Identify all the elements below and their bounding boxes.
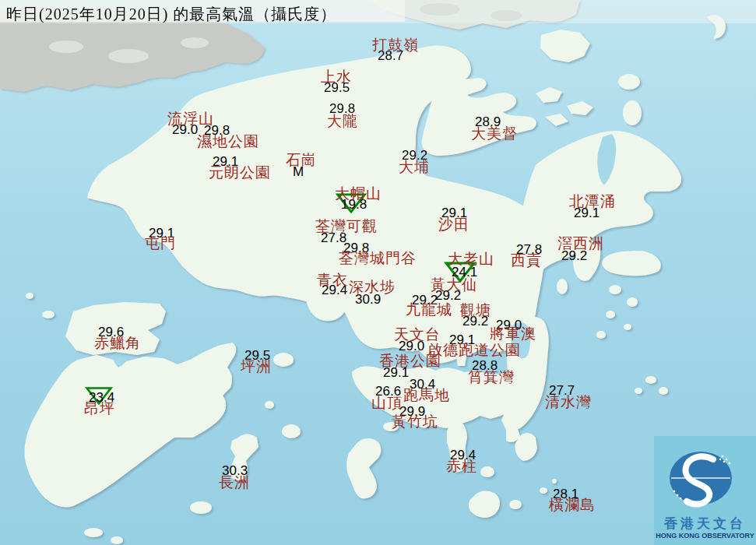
station-label: 屯門 xyxy=(145,236,176,251)
station-label: 山頂 xyxy=(371,396,403,410)
station-label: 大隴 xyxy=(327,114,358,128)
station-label: 深水埗 xyxy=(349,280,396,294)
station-label: 大帽山 xyxy=(335,186,382,201)
hko-logo-name-en: HONG KONG OBSERVATORY xyxy=(654,533,756,540)
station-label: 荃灣城門谷 xyxy=(339,251,417,265)
station-label: 坪洲 xyxy=(241,359,272,374)
station-label: 濕地公園 xyxy=(197,134,259,149)
station-label: 荃灣可觀 xyxy=(315,219,378,234)
station-label: 元朗公園 xyxy=(209,165,271,180)
station-label: 大埔 xyxy=(399,160,430,174)
station-label: 大老山 xyxy=(448,251,494,266)
station-label: 天文台 xyxy=(394,327,441,342)
max-temperature-map: 昨日(2025年10月20日) 的最高氣溫（攝氏度） 28.7打鼓嶺29.5上水… xyxy=(0,0,756,545)
station-label: 打鼓嶺 xyxy=(372,37,419,52)
station-label: 大美督 xyxy=(471,126,518,141)
station-label: 上水 xyxy=(321,69,352,84)
station-label: 赤柱 xyxy=(446,459,477,473)
station-label: 滘西洲 xyxy=(557,236,604,251)
station-label: 青衣 xyxy=(317,272,348,287)
hko-logo: 香港天文台 HONG KONG OBSERVATORY xyxy=(654,436,756,545)
map-title: 昨日(2025年10月20日) 的最高氣溫（攝氏度） xyxy=(6,4,336,25)
station-label: 清水灣 xyxy=(545,395,592,410)
station-label: 跑馬地 xyxy=(403,388,450,403)
station-label: 北潭涌 xyxy=(569,194,616,209)
station-label: 將軍澳 xyxy=(490,326,536,341)
station-label: 沙田 xyxy=(438,217,469,232)
station-label: 西貢 xyxy=(511,253,542,268)
station-label: 香港公園 xyxy=(379,353,441,368)
station-label: 赤鱲角 xyxy=(94,336,141,350)
station-label: 黃竹坑 xyxy=(392,414,438,429)
station-label: 昂坪 xyxy=(84,401,115,416)
station-label: 筲箕灣 xyxy=(468,370,515,385)
hko-logo-name-zh: 香港天文台 xyxy=(654,517,756,530)
station-label: 啟德跑道公園 xyxy=(427,343,521,357)
station-label: 長洲 xyxy=(219,475,250,490)
station-label: 九龍城 xyxy=(406,302,452,317)
hko-logo-symbol xyxy=(654,436,756,517)
hong-kong-map xyxy=(0,0,756,545)
station-label: 觀塘 xyxy=(460,303,491,318)
station-label: 橫瀾島 xyxy=(549,498,596,512)
station-label: 黃大仙 xyxy=(431,277,477,292)
station-label: 石崗 xyxy=(286,153,317,167)
